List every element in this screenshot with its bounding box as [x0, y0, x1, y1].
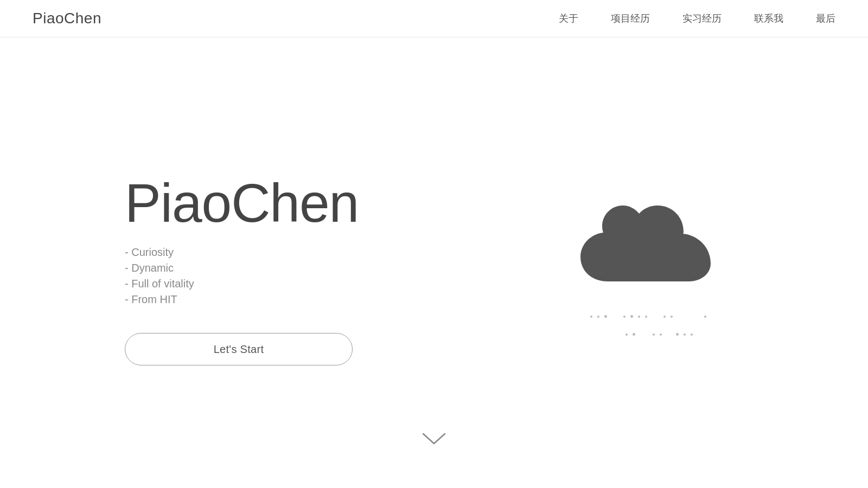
rain-row-1	[590, 315, 706, 318]
rain-dot	[645, 316, 647, 318]
rain-dot	[633, 333, 635, 336]
lets-start-button[interactable]: Let's Start	[125, 333, 353, 365]
rain-dot	[604, 315, 607, 318]
rain-dot	[597, 316, 599, 318]
trait-item-2: - Full of vitality	[125, 278, 359, 290]
chevron-down-icon	[420, 431, 448, 447]
cloud-illustration	[575, 206, 716, 336]
trait-item-3: - From HIT	[125, 293, 359, 306]
rain-dot	[691, 333, 693, 336]
nav-item-projects[interactable]: 项目经历	[611, 12, 650, 25]
rain-dot	[660, 333, 662, 336]
rain-dot	[638, 316, 640, 318]
rain-dot	[663, 316, 666, 318]
cloud-icon	[575, 206, 716, 303]
scroll-down-chevron[interactable]	[420, 431, 448, 450]
left-content: PiaoChen - Curiosity- Dynamic- Full of v…	[125, 176, 359, 365]
trait-item-0: - Curiosity	[125, 246, 359, 259]
nav-item-contact[interactable]: 联系我	[754, 12, 783, 25]
rain-dot	[653, 333, 655, 336]
nav: 关于项目经历实习经历联系我最后	[559, 12, 835, 25]
header-logo: PiaoChen	[33, 10, 101, 27]
rain-dot	[623, 316, 626, 318]
nav-item-about[interactable]: 关于	[559, 12, 578, 25]
rain-dot	[590, 316, 592, 318]
rain-dot	[671, 316, 673, 318]
rain-dot	[704, 316, 706, 318]
rain-row-2	[626, 333, 693, 336]
nav-item-internship[interactable]: 实习经历	[682, 12, 722, 25]
hero-title: PiaoChen	[125, 176, 359, 230]
rain-dot	[626, 333, 628, 336]
header: PiaoChen 关于项目经历实习经历联系我最后	[0, 0, 868, 37]
traits-list: - Curiosity- Dynamic- Full of vitality- …	[125, 246, 359, 306]
rain-dot	[684, 333, 686, 336]
nav-item-last[interactable]: 最后	[816, 12, 835, 25]
rain-dot	[676, 333, 679, 336]
main-content: PiaoChen - Curiosity- Dynamic- Full of v…	[0, 37, 868, 482]
rain-dot	[630, 315, 633, 318]
trait-item-1: - Dynamic	[125, 262, 359, 274]
